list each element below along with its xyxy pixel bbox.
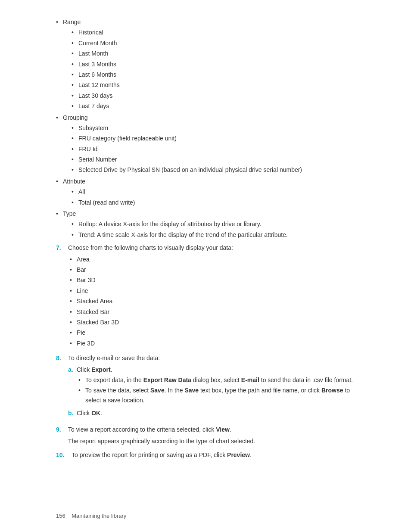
- step-7-text: Choose from the following charts to visu…: [68, 244, 233, 251]
- attribute-item: Attribute All Total (read and write): [56, 177, 355, 207]
- page: Range Historical Current Month Last Mont…: [0, 0, 411, 532]
- list-item: Stacked Area: [70, 296, 355, 306]
- grouping-item: Grouping Subsystem FRU category (field r…: [56, 113, 355, 175]
- attribute-label: Attribute: [63, 178, 85, 185]
- footer: 156 Maintaining the library: [56, 509, 355, 519]
- attribute-sub-list: All Total (read and write): [72, 187, 355, 207]
- type-label: Type: [63, 210, 76, 217]
- step-7-number: 7.: [56, 243, 68, 349]
- list-item: FRU Id: [72, 144, 355, 154]
- step-8a-sub1-bold1: Export Raw Data: [143, 376, 191, 383]
- list-item: Last 3 Months: [72, 59, 355, 69]
- list-item: Rollup: A device X-axis for the display …: [72, 219, 355, 229]
- step-10-text-pre: To preview the report for printing or sa…: [72, 451, 227, 458]
- step-8b-text-post: .: [100, 410, 102, 417]
- list-item: Serial Number: [72, 155, 355, 164]
- chart-list: Area Bar Bar 3D Line Stacked Area Stacke…: [70, 255, 355, 348]
- list-item: Last 12 months: [72, 80, 355, 90]
- step-8-text: To directly e-mail or save the data:: [68, 355, 160, 361]
- footer-text: Maintaining the library: [72, 513, 126, 519]
- step-8a-content: Click Export. To export data, in the Exp…: [77, 365, 355, 406]
- step-10-bold: Preview: [227, 451, 250, 458]
- list-item: Line: [70, 286, 355, 296]
- step-8a-sub1-pre: To export data, in the: [85, 376, 143, 383]
- range-item: Range Historical Current Month Last Mont…: [56, 17, 355, 111]
- step-8a-sub1-post: to send the data in .csv file format.: [259, 376, 353, 383]
- step-8a-bold: Export: [91, 366, 110, 373]
- step-8b-bold: OK: [91, 410, 100, 417]
- list-item: Area: [70, 255, 355, 264]
- type-sub-list: Rollup: A device X-axis for the display …: [72, 219, 355, 240]
- step-10-text-post: .: [250, 451, 252, 458]
- step-7: 7. Choose from the following charts to v…: [56, 243, 355, 349]
- list-item: Stacked Bar 3D: [70, 317, 355, 327]
- step-8a-text-pre: Click: [77, 366, 91, 373]
- step-10-content: To preview the report for printing or sa…: [72, 450, 355, 460]
- step-8b-letter: b.: [68, 408, 77, 418]
- step-10-number: 10.: [56, 450, 72, 460]
- list-item: Bar 3D: [70, 275, 355, 285]
- step-8a: a. Click Export. To export data, in the …: [68, 365, 355, 406]
- step-8b-content: Click OK.: [77, 408, 355, 418]
- step-9-bold: View: [216, 426, 230, 433]
- step-7-content: Choose from the following charts to visu…: [68, 243, 355, 349]
- step-8a-sub2-bold1: Save: [150, 387, 165, 394]
- step-10: 10. To preview the report for printing o…: [56, 450, 355, 460]
- step-8a-letter: a.: [68, 365, 77, 406]
- step-8a-sub1-mid: dialog box, select: [191, 376, 241, 383]
- list-item: Historical: [72, 28, 355, 37]
- type-item: Type Rollup: A device X-axis for the dis…: [56, 209, 355, 240]
- list-item: FRU category (field replaceable unit): [72, 134, 355, 143]
- step-9-text-post: .: [230, 426, 231, 433]
- step-9-content: To view a report according to the criter…: [68, 425, 355, 446]
- list-item: Selected Drive by Physical SN (based on …: [72, 165, 355, 174]
- list-item: Subsystem: [72, 123, 355, 133]
- list-item: Trend: A time scale X-axis for the displ…: [72, 230, 355, 240]
- grouping-label: Grouping: [63, 114, 88, 121]
- list-item: To save the data, select Save. In the Sa…: [78, 386, 355, 405]
- step-9: 9. To view a report according to the cri…: [56, 425, 355, 446]
- list-item: Last 30 days: [72, 91, 355, 100]
- step-8: 8. To directly e-mail or save the data: …: [56, 353, 355, 420]
- step-8a-sub2-bold2: Save: [184, 387, 199, 394]
- step-8a-sub2-mid: . In the: [165, 387, 185, 394]
- footer-divider: [56, 509, 355, 509]
- step-8a-sub2-post: text box, type the path and file name, o…: [199, 387, 321, 394]
- grouping-sub-list: Subsystem FRU category (field replaceabl…: [72, 123, 355, 175]
- step-8a-sub-list: To export data, in the Export Raw Data d…: [78, 375, 355, 405]
- step-8a-sub2-bold3: Browse: [321, 387, 343, 394]
- list-item: Stacked Bar: [70, 307, 355, 317]
- list-item: Current Month: [72, 38, 355, 48]
- list-item: Last 6 Months: [72, 70, 355, 79]
- step-8b: b. Click OK.: [68, 408, 355, 418]
- step-9-sub-text: The report appears graphically according…: [68, 438, 255, 445]
- step-8-content: To directly e-mail or save the data: a. …: [68, 353, 355, 420]
- step-8-number: 8.: [56, 353, 68, 420]
- list-item: Pie: [70, 328, 355, 337]
- step-9-sub: The report appears graphically according…: [68, 436, 355, 446]
- footer-page: 156: [56, 513, 65, 519]
- step-9-text-pre: To view a report according to the criter…: [68, 426, 216, 433]
- step-8a-sub2-pre: To save the data, select: [85, 387, 150, 394]
- step-8b-text-pre: Click: [77, 410, 91, 417]
- step-8a-text-post: .: [111, 366, 112, 373]
- step-9-number: 9.: [56, 425, 68, 446]
- step-8a-sub1-bold2: E-mail: [241, 376, 259, 383]
- list-item: Total (read and write): [72, 198, 355, 207]
- list-item: Last 7 days: [72, 101, 355, 111]
- list-item: To export data, in the Export Raw Data d…: [78, 375, 355, 385]
- range-label: Range: [63, 19, 81, 25]
- top-bullet-list: Range Historical Current Month Last Mont…: [56, 17, 355, 240]
- list-item: Pie 3D: [70, 339, 355, 348]
- list-item: All: [72, 187, 355, 196]
- range-sub-list: Historical Current Month Last Month Last…: [72, 28, 355, 111]
- list-item: Last Month: [72, 49, 355, 58]
- list-item: Bar: [70, 265, 355, 274]
